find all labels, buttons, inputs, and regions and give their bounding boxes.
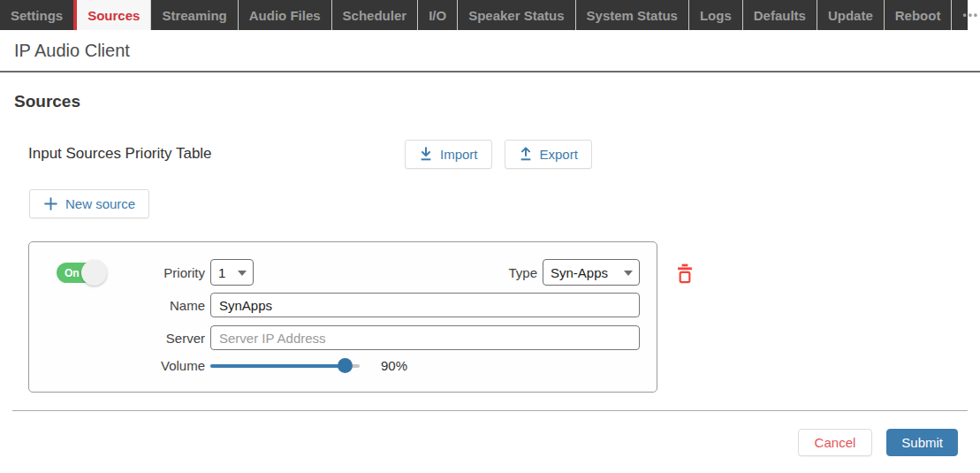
new-source-row: New source: [29, 189, 980, 218]
tab-audio-files[interactable]: Audio Files: [238, 0, 331, 30]
submit-button[interactable]: Submit: [886, 429, 958, 456]
name-row: Name: [29, 293, 657, 317]
tab-io[interactable]: I/O: [417, 0, 457, 30]
slider-knob[interactable]: [338, 358, 353, 373]
new-source-button-label: New source: [65, 196, 135, 211]
type-select[interactable]: Syn-Apps: [543, 259, 640, 286]
cancel-button[interactable]: Cancel: [798, 429, 873, 456]
tab-scheduler[interactable]: Scheduler: [331, 0, 418, 30]
volume-label: Volume: [29, 358, 205, 373]
footer-divider: [12, 410, 968, 411]
server-label: Server: [29, 331, 205, 346]
tab-reboot[interactable]: Reboot: [884, 0, 952, 30]
top-nav-bar: Settings Sources Streaming Audio Files S…: [0, 0, 968, 30]
server-input[interactable]: [210, 325, 640, 350]
upload-icon: [519, 147, 533, 161]
volume-percent: 90%: [381, 358, 407, 373]
slider-fill: [210, 364, 345, 368]
tab-speaker-status[interactable]: Speaker Status: [457, 0, 574, 30]
app-header: IP Audio Client: [0, 30, 980, 72]
priority-label: Priority: [29, 265, 205, 280]
type-label: Type: [508, 265, 537, 280]
plus-icon: [43, 196, 58, 211]
footer-actions: Cancel Submit: [0, 429, 958, 456]
tab-defaults[interactable]: Defaults: [742, 0, 817, 30]
priority-select-wrap: 1: [210, 259, 254, 286]
page-title: IP Audio Client: [14, 41, 130, 61]
more-tabs-ellipsis-icon[interactable]: •••: [951, 0, 980, 30]
name-input[interactable]: [210, 293, 640, 317]
priority-type-row: Priority 1 Type Syn-Apps: [29, 259, 657, 286]
section-title: Sources: [14, 92, 980, 111]
new-source-button[interactable]: New source: [29, 189, 149, 218]
priority-select[interactable]: 1: [210, 259, 254, 286]
tab-sources[interactable]: Sources: [73, 0, 150, 30]
source-card-row: On Priority 1 Type Syn-Apps: [28, 241, 980, 393]
volume-slider[interactable]: [210, 358, 360, 373]
import-button[interactable]: Import: [405, 140, 492, 169]
tab-update[interactable]: Update: [817, 0, 884, 30]
tab-streaming[interactable]: Streaming: [150, 0, 237, 30]
trash-icon: [676, 263, 694, 284]
source-card: On Priority 1 Type Syn-Apps: [28, 241, 657, 393]
import-button-label: Import: [440, 147, 478, 162]
export-button[interactable]: Export: [505, 140, 592, 169]
table-toolbar: Input Sources Priority Table Import Expo…: [28, 138, 980, 170]
name-label: Name: [29, 298, 205, 313]
delete-source-button[interactable]: [676, 263, 694, 284]
tab-logs[interactable]: Logs: [688, 0, 742, 30]
tab-system-status[interactable]: System Status: [575, 0, 688, 30]
table-title: Input Sources Priority Table: [28, 145, 405, 163]
tab-settings[interactable]: Settings: [0, 0, 73, 30]
server-row: Server: [29, 325, 657, 350]
export-button-label: Export: [540, 147, 578, 162]
download-icon: [419, 147, 433, 161]
type-select-wrap: Syn-Apps: [543, 259, 640, 286]
volume-row: Volume 90%: [29, 358, 657, 373]
